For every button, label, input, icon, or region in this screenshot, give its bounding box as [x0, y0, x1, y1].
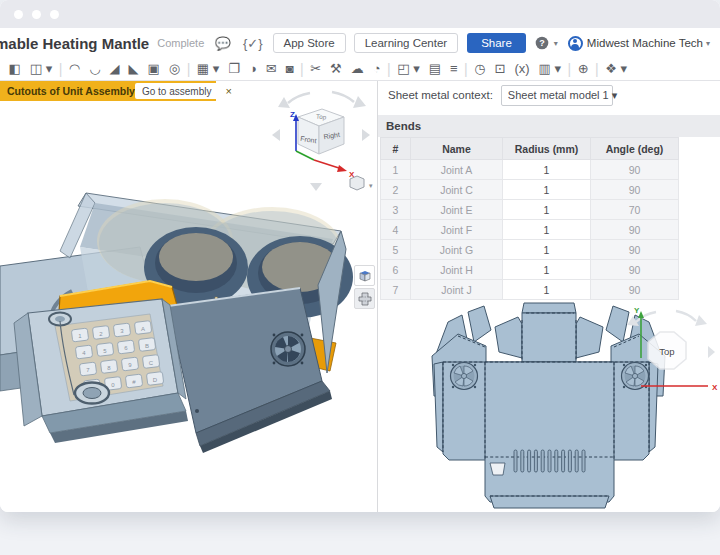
toolbar-icon[interactable]: ◧	[4, 58, 25, 80]
document-status: Complete	[157, 37, 204, 49]
featurescript-icon[interactable]: {✓}	[243, 36, 263, 51]
table-row[interactable]: 2 Joint C 1 90	[381, 180, 679, 200]
bend-name: Joint C	[411, 180, 503, 200]
bend-number: 6	[381, 260, 411, 280]
toolbar-icon[interactable]: ✉	[261, 58, 281, 80]
radius-cell[interactable]: 1	[503, 240, 591, 260]
part-studio-viewport[interactable]: Cutouts of Unit Assembly Go to assembly …	[0, 81, 378, 512]
flat-pattern-viewport[interactable]: Y X Top	[378, 300, 719, 512]
sheet-metal-context-label: Sheet metal context:	[388, 89, 493, 101]
select-caret-icon: ▾	[612, 89, 618, 102]
angle-cell: 90	[591, 220, 679, 240]
view-cube[interactable]: Top Front Right Z X ▾	[270, 87, 374, 199]
toolbar-icon[interactable]: ◑	[244, 58, 261, 80]
sheet-metal-model-select[interactable]: Sheet metal model 1 ▾	[501, 85, 613, 106]
table-row[interactable]: 6 Joint H 1 90	[381, 260, 679, 280]
bend-name: Joint H	[411, 260, 503, 280]
learning-center-button[interactable]: Learning Center	[354, 33, 458, 53]
toolbar-icon[interactable]: ◡	[85, 58, 105, 80]
toolbar-icon[interactable]: ▥ ▾	[534, 58, 565, 80]
help-menu[interactable]: ? ▾	[535, 36, 558, 50]
toolbar-icon[interactable]: ✂	[306, 58, 326, 80]
flat-pattern-toggle-button[interactable]	[354, 288, 375, 309]
keypad-panel: 123A 456B 789C *0#D	[14, 299, 188, 443]
table-row[interactable]: 5 Joint G 1 90	[381, 240, 679, 260]
fan-cutout	[271, 332, 305, 366]
radius-cell[interactable]: 1	[503, 160, 591, 180]
context-banner-text: Cutouts of Unit Assembly	[7, 85, 135, 97]
toolbar-icon[interactable]: |	[566, 58, 574, 80]
toolbar-icon[interactable]: ◣	[124, 58, 143, 80]
window-control-maximize[interactable]	[50, 10, 59, 19]
toolbar-icon[interactable]: |	[593, 58, 601, 80]
toolbar-icon[interactable]: |	[185, 58, 193, 80]
table-row[interactable]: 7 Joint J 1 90	[381, 280, 679, 300]
toolbar-icon[interactable]: ◷	[470, 58, 490, 80]
bend-number: 3	[381, 200, 411, 220]
flat-fan-grille-left	[451, 363, 478, 390]
go-to-assembly-button[interactable]: Go to assembly	[135, 83, 218, 99]
toolbar-icon[interactable]: |	[298, 58, 306, 80]
radius-cell[interactable]: 1	[503, 220, 591, 240]
toolbar-icon[interactable]: ◔	[368, 58, 385, 80]
window-control-close[interactable]	[14, 10, 23, 19]
flat-pattern-icon	[358, 292, 372, 306]
radius-cell[interactable]: 1	[503, 200, 591, 220]
toolbar-icon[interactable]: ◫ ▾	[25, 58, 56, 80]
toolbar-icon[interactable]: |	[57, 58, 65, 80]
help-caret-icon: ▾	[554, 39, 558, 48]
share-button[interactable]: Share	[467, 33, 526, 53]
feature-toolbar: ◧◫ ▾|◠◡◢◣▣◎|▦ ▾❐◑✉◙|✂⚒☁◔|◰ ▾▤≡|◷⊡(x)▥ ▾|…	[0, 58, 720, 81]
toolbar-icon[interactable]: ▦ ▾	[192, 58, 223, 80]
toolbar-icon[interactable]: ☁	[346, 58, 368, 80]
radius-cell[interactable]: 1	[503, 180, 591, 200]
window-titlebar	[0, 0, 720, 28]
toolbar-icon[interactable]: |	[385, 58, 393, 80]
toolbar-icon[interactable]: ⊡	[490, 58, 510, 80]
angle-cell: 90	[591, 240, 679, 260]
toolbar-icon[interactable]: ◰ ▾	[393, 58, 424, 80]
window-control-minimize[interactable]	[32, 10, 41, 19]
model-view-icon	[358, 269, 372, 283]
toolbar-icon[interactable]: ⊕	[573, 58, 593, 80]
bends-table: # Name Radius (mm) Angle (deg) 1 Joint A…	[380, 137, 679, 300]
document-header: mable Heating Mantle Complete 💬 {✓} App …	[0, 28, 720, 58]
toolbar-icon[interactable]: ▣	[143, 58, 164, 80]
bend-number: 2	[381, 180, 411, 200]
user-avatar-icon[interactable]	[568, 36, 583, 51]
toolbar-icon[interactable]: ◢	[105, 58, 124, 80]
toolbar-icon[interactable]: ❖ ▾	[601, 58, 632, 80]
toolbar-icon[interactable]: |	[462, 58, 470, 80]
table-row[interactable]: 4 Joint F 1 90	[381, 220, 679, 240]
table-row[interactable]: 1 Joint A 1 90	[381, 160, 679, 180]
help-icon: ?	[535, 36, 549, 50]
sheet-metal-panel: Sheet metal context: Sheet metal model 1…	[378, 81, 720, 512]
angle-cell: 70	[591, 200, 679, 220]
bend-number: 1	[381, 160, 411, 180]
radius-cell[interactable]: 1	[503, 280, 591, 300]
col-header-num: #	[381, 138, 411, 160]
svg-text:?: ?	[539, 38, 545, 48]
table-row[interactable]: 3 Joint E 1 70	[381, 200, 679, 220]
bend-name: Joint G	[411, 240, 503, 260]
view-options-button[interactable]: ▾	[350, 176, 373, 190]
toolbar-icon[interactable]: ❐	[224, 58, 245, 80]
app-store-button[interactable]: App Store	[273, 33, 346, 53]
svg-text:C: C	[149, 360, 154, 366]
toolbar-icon[interactable]: ◙	[281, 58, 298, 80]
toolbar-icon[interactable]: ◎	[164, 58, 184, 80]
toolbar-icon[interactable]: (x)	[510, 58, 534, 80]
radius-cell[interactable]: 1	[503, 260, 591, 280]
toolbar-icon[interactable]: ≡	[445, 58, 462, 80]
banner-close-icon[interactable]: ×	[225, 85, 231, 97]
toolbar-icon[interactable]: ◠	[64, 58, 84, 80]
flat-view-cube-top-label: Top	[659, 346, 674, 357]
bend-name: Joint E	[411, 200, 503, 220]
toolbar-icon[interactable]: ▤	[424, 58, 445, 80]
document-title: mable Heating Mantle	[0, 35, 149, 52]
account-name[interactable]: Midwest Machine Tech	[587, 37, 703, 49]
model-view-toggle-button[interactable]	[354, 265, 375, 286]
comment-icon[interactable]: 💬	[215, 36, 231, 51]
toolbar-icon[interactable]: ⚒	[326, 58, 347, 80]
col-header-radius: Radius (mm)	[503, 138, 591, 160]
